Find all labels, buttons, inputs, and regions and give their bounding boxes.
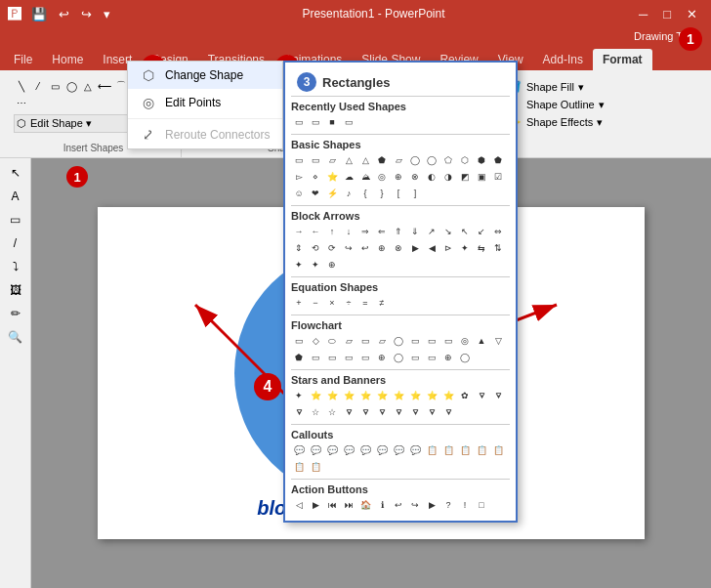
shape-panel: 3 Rectangles Recently Used Shapes ▭ ▭ ■ … [283,61,518,523]
edit-points-icon: ◎ [140,95,157,110]
title-bar: 🅿 💾 ↩ ↪ ▾ Presentation1 - PowerPoint ─ □… [0,0,711,27]
reroute-label: Reroute Connectors [165,128,270,142]
reroute-icon: ⤦ [140,127,157,143]
line-tool[interactable]: ╲ [14,78,29,94]
shape-sq[interactable]: ■ [324,114,340,130]
tab-home[interactable]: Home [42,49,93,70]
tab-file[interactable]: File [4,49,42,70]
edit-points-item[interactable]: ◎ Edit Points [128,89,282,116]
shape-effects-row[interactable]: ✨ Shape Effects ▾ [503,113,608,131]
section-stars: Stars and Banners [291,369,510,386]
fill-label: Shape Fill [526,81,574,93]
stars-row: ✦⭐ ⭐⭐ ⭐⭐ ⭐⭐ ⭐⭐ ✿⛛ ⛛⛛ ☆☆ ⛛⛛ ⛛⛛ ⛛⛛ ⛛ [291,388,510,420]
save-button[interactable]: 💾 [27,5,51,23]
flowchart-row: ▭◇ ⬭▱ ▭▱ ◯▭ ▭▭ ◎▲ ▽⬟ ▭▭ ▭▭ ⊕◯ ▭▭ ⊕◯ [291,333,510,365]
line-tool[interactable]: / [3,232,28,254]
effects-label: Shape Effects [526,116,593,128]
annotation-badge-4: 4 [254,373,281,400]
outline-label: Shape Outline [526,99,595,110]
minimize-button[interactable]: ─ [633,5,653,23]
text-tool[interactable]: A [3,186,28,207]
callouts-row: 💬💬 💬💬 💬💬 💬💬 📋📋 📋📋 📋📋 📋 [291,442,510,475]
connector-tool[interactable]: ⤵ [3,256,28,277]
section-action-buttons: Action Buttons [291,479,510,495]
panel-scroll[interactable]: Recently Used Shapes ▭ ▭ ■ ▭ Basic Shape… [291,97,510,515]
image-tool[interactable]: 🖼 [3,279,28,301]
window-controls: ─ □ ✕ [633,5,703,23]
change-shape-label: Change Shape [165,68,243,82]
shape-rect2[interactable]: ▭ [308,114,323,130]
app-icon: 🅿 [8,6,21,21]
section-equation: Equation Shapes [291,276,510,293]
redo-button[interactable]: ↪ [77,5,96,23]
edit-points-label: Edit Points [165,96,221,109]
menu-divider [128,118,282,119]
effects-arrow: ▾ [597,116,603,129]
change-shape-item[interactable]: ⬡ Change Shape [128,62,282,89]
annotation-badge-1: 1 [679,27,702,51]
window-title: Presentation1 - PowerPoint [114,7,633,21]
oval-tool[interactable]: ◯ [63,78,79,94]
edit-shape-icon: ⬡ [17,117,26,130]
zoom-tool[interactable]: 🔍 [3,326,28,348]
section-flowchart: Flowchart [291,315,510,331]
annotation-badge-1-slide: 1 [66,166,88,188]
reroute-connectors-item[interactable]: ⤦ Reroute Connectors [128,121,282,148]
drawing-tools-bar: Drawing Tools [0,27,711,45]
panel-badge: 3 [297,72,316,92]
line-tool3[interactable]: ⟵ [97,78,112,94]
shape-rect1[interactable]: ▭ [291,114,307,130]
equation-row: + − × ÷ = ≠ [291,295,510,311]
tab-addins[interactable]: Add-Ins [533,49,593,70]
customize-button[interactable]: ▾ [100,5,114,23]
rect-tool[interactable]: ▭ [47,78,63,94]
section-callouts: Callouts [291,424,510,441]
recently-used-shapes: ▭ ▭ ■ ▭ [291,114,510,130]
tri-tool[interactable]: △ [80,78,96,94]
basic-shapes-row: ▭▭ ▱△ △⬟ ▱◯ ◯⬠ ⬡⬢ ⬟▻ ⋄⭐ ☁⛰ ◎⊕ ⊗◐ ◑◩ ▣☑ ☺… [291,152,510,201]
panel-title: Rectangles [322,75,390,90]
toolbar-left: ↖ A ▭ / ⤵ 🖼 ✏ 🔍 [0,158,31,588]
change-shape-icon: ⬡ [140,67,157,83]
undo-button[interactable]: ↩ [55,5,73,23]
section-block-arrows: Block Arrows [291,205,510,222]
outline-arrow: ▾ [599,99,605,111]
action-buttons-row: ◁ ▶ ⏮ ⏭ 🏠 ℹ ↩ ↪ ▶ ? ! □ [291,497,510,513]
edit-shape-label: Edit Shape ▾ [30,117,92,130]
more-shapes[interactable]: ⋯ [14,95,29,110]
line-tool2[interactable]: ⁄ [30,78,46,94]
shape-rect3[interactable]: ▭ [341,114,356,130]
tab-format[interactable]: Format [593,49,652,70]
select-tool[interactable]: ↖ [3,162,28,184]
freeform-tool[interactable]: ✏ [3,303,28,324]
close-button[interactable]: ✕ [681,5,703,23]
section-recently-used: Recently Used Shapes [291,101,510,112]
quick-access-toolbar: 💾 ↩ ↪ ▾ [27,5,114,23]
shape-tool[interactable]: ▭ [3,209,28,231]
panel-header: 3 Rectangles [291,68,510,97]
title-bar-left: 🅿 💾 ↩ ↪ ▾ [8,5,114,23]
section-basic-shapes: Basic Shapes [291,134,510,150]
shape-outline-row[interactable]: ▱ Shape Outline ▾ [503,96,608,113]
maximize-button[interactable]: □ [657,5,677,23]
block-arrows-row: →← ↑↓ ⇒⇐ ⇑⇓ ↗↘ ↖↙ ⇔⇕ ⟲⟳ ↪↩ ⊕⊗ ▶◀ ⊳✦ ⇆⇅ ✦… [291,224,510,273]
edit-shape-menu: ⬡ Change Shape ◎ Edit Points ⤦ Reroute C… [127,61,283,149]
shape-fill-row[interactable]: 🪣 Shape Fill ▾ [503,78,608,96]
fill-arrow: ▾ [578,81,584,94]
